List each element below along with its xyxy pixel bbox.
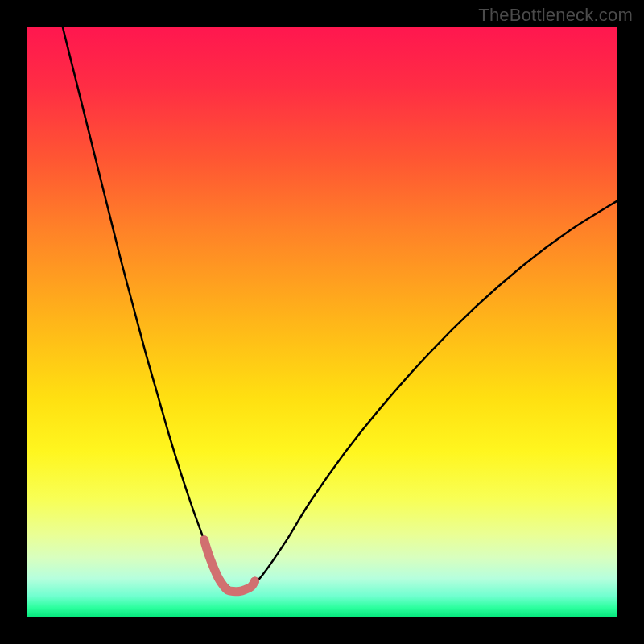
optimal-marker-endcap — [250, 577, 259, 586]
optimal-marker-endcap — [200, 535, 208, 544]
plot-area — [27, 27, 617, 617]
bottleneck-curve-path — [63, 27, 617, 592]
optimal-marker-path — [204, 540, 255, 592]
watermark-text: TheBottleneck.com — [478, 5, 633, 26]
bottleneck-curve-svg — [27, 27, 617, 617]
chart-frame: TheBottleneck.com — [0, 0, 644, 644]
